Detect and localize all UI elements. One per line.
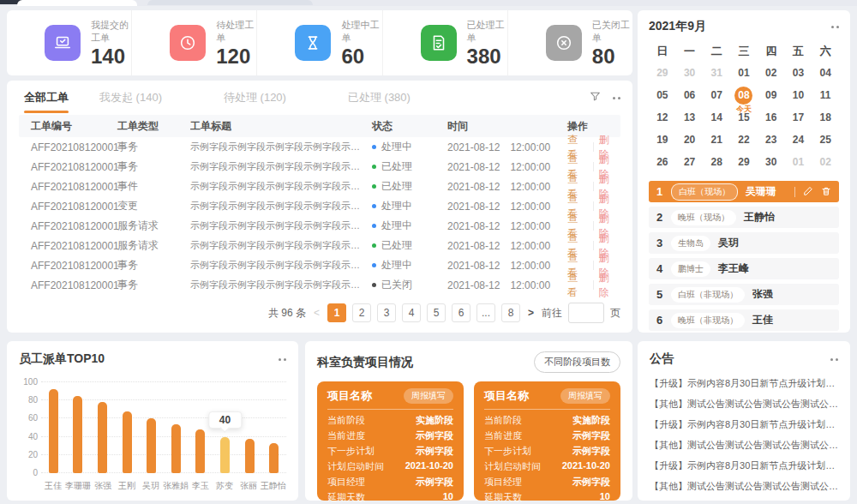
- calendar-day[interactable]: 29: [649, 62, 676, 84]
- bar[interactable]: [195, 429, 205, 473]
- announcement-item[interactable]: 【升级】示例内容8月30日新节点升级计划通知: [650, 373, 838, 393]
- calendar-day[interactable]: 02: [758, 62, 785, 84]
- calendar-day[interactable]: 13: [676, 106, 704, 129]
- more-icon[interactable]: [831, 26, 839, 28]
- calendar-day[interactable]: 30: [676, 62, 704, 84]
- weekday-label: 二: [703, 41, 730, 62]
- shift-row[interactable]: 3生物岛吴玥: [649, 232, 839, 254]
- stage-project-count-button[interactable]: 不同阶段项目数: [534, 351, 620, 373]
- project-name: 项目名称: [327, 388, 372, 404]
- announcement-item[interactable]: 【其他】测试公告测试公告测试公告测试公告测试公告: [650, 435, 838, 455]
- shift-number: 1: [656, 185, 671, 198]
- calendar-day[interactable]: 17: [785, 106, 812, 129]
- bar[interactable]: [147, 418, 156, 473]
- shift-row[interactable]: 6晚班（非现场）王佳: [649, 309, 839, 331]
- calendar-day[interactable]: 24: [785, 129, 812, 151]
- table-header: 工单编号 工单类型 工单标题 状态 时间 操作: [19, 115, 620, 137]
- more-icon[interactable]: [613, 97, 620, 99]
- calendar-day[interactable]: 05: [649, 84, 676, 106]
- calendar-day[interactable]: 30: [758, 151, 785, 173]
- more-icon[interactable]: [830, 358, 838, 361]
- shift-row[interactable]: 2晚班（现场）王静怡: [649, 207, 839, 228]
- stat-label: 已关闭工单: [592, 19, 632, 45]
- calendar-day[interactable]: 09: [758, 84, 785, 106]
- page-button[interactable]: 5: [427, 303, 446, 322]
- tab-my-orders[interactable]: 我发起 (140): [99, 90, 162, 105]
- page-button[interactable]: 1: [327, 303, 346, 322]
- stat-processing: 处理中工单60: [256, 10, 381, 75]
- order-clock: 12:00:00: [510, 161, 550, 173]
- trash-icon[interactable]: [821, 184, 831, 200]
- more-icon[interactable]: [279, 358, 286, 361]
- calendar-day[interactable]: 29: [730, 151, 758, 173]
- delete-link[interactable]: 删除: [599, 271, 620, 300]
- calendar-day[interactable]: 14: [703, 106, 730, 129]
- bar[interactable]: [49, 389, 58, 473]
- calendar-day[interactable]: 25: [812, 129, 839, 151]
- calendar-day[interactable]: 22: [730, 129, 758, 151]
- view-link[interactable]: 查看: [567, 271, 588, 300]
- announcement-item[interactable]: 【升级】示例内容8月30日新节点升级计划通知: [650, 455, 838, 476]
- announcement-item[interactable]: 【其他】测试公告测试公告测试公告测试公告测试公告: [650, 393, 838, 414]
- calendar-day[interactable]: 23: [758, 129, 785, 151]
- page-button[interactable]: 3: [377, 303, 396, 322]
- workorder-table-body: AFF202108120001事务示例字段示例字段示例字段示例字段示例字段处理中…: [19, 137, 620, 295]
- prev-page-button[interactable]: <: [312, 307, 321, 319]
- shift-row[interactable]: 5白班（非现场）张强: [649, 284, 839, 305]
- bar[interactable]: [269, 443, 279, 473]
- calendar-day[interactable]: 16: [758, 106, 785, 129]
- page-jump-input[interactable]: [568, 303, 604, 323]
- page-button[interactable]: 4: [402, 303, 421, 322]
- divider: [593, 142, 594, 152]
- calendar-day[interactable]: 02: [812, 151, 839, 173]
- calendar-day[interactable]: 01: [730, 62, 758, 84]
- calendar-day[interactable]: 12: [649, 106, 676, 129]
- tab-all-orders[interactable]: 全部工单: [24, 90, 69, 105]
- calendar-day[interactable]: 20: [676, 129, 704, 151]
- calendar-day[interactable]: 01: [785, 151, 812, 173]
- calendar-day[interactable]: 10: [785, 84, 812, 106]
- bar[interactable]: [98, 402, 107, 473]
- calendar-day[interactable]: 31: [703, 62, 730, 84]
- project-field: 计划启动时间2021-10-20: [327, 460, 453, 473]
- tab-done-orders[interactable]: 已处理 (380): [348, 90, 411, 105]
- calendar-day[interactable]: 28: [703, 151, 730, 173]
- shift-row[interactable]: 4鹏博士李王峰: [649, 258, 839, 279]
- calendar-day[interactable]: 19: [649, 129, 676, 151]
- next-page-button[interactable]: >: [526, 307, 536, 319]
- weekly-report-button[interactable]: 周报填写: [404, 388, 453, 404]
- calendar-day[interactable]: 04: [812, 62, 839, 84]
- field-label: 当前进度: [484, 429, 522, 442]
- page-button[interactable]: 2: [352, 303, 371, 322]
- calendar-day[interactable]: 27: [676, 151, 704, 173]
- shift-tag: 白班（现场）: [671, 183, 738, 201]
- calendar-day[interactable]: 11: [812, 84, 839, 106]
- order-id: AFF202108120001: [19, 240, 117, 252]
- announcement-item[interactable]: 【其他】测试公告测试公告测试公告测试公告测试公告: [650, 476, 838, 496]
- filter-icon[interactable]: [590, 90, 601, 105]
- bar[interactable]: [220, 437, 230, 473]
- edit-icon[interactable]: [803, 184, 813, 200]
- page-button[interactable]: 6: [452, 303, 470, 322]
- announcement-item[interactable]: 【升级】示例内容8月30日新节点升级计划通知: [650, 414, 838, 435]
- calendar-day[interactable]: 21: [703, 129, 730, 151]
- bar[interactable]: [123, 411, 132, 473]
- calendar-day[interactable]: 26: [649, 151, 676, 173]
- calendar-day[interactable]: 07: [703, 84, 730, 106]
- page-ellipsis[interactable]: ...: [476, 303, 495, 322]
- weekly-report-button[interactable]: 周报填写: [560, 388, 610, 404]
- page-button[interactable]: 8: [501, 303, 520, 322]
- shift-number: 3: [656, 237, 671, 249]
- calendar-day[interactable]: 06: [676, 84, 704, 106]
- calendar-day[interactable]: 08今天: [730, 84, 758, 106]
- bar[interactable]: [171, 424, 181, 473]
- stat-done: 已处理工单380: [382, 10, 507, 75]
- shift-row[interactable]: 1白班（现场）吴珊珊: [649, 181, 839, 202]
- stat-label: 待处理工单: [216, 19, 256, 45]
- bar[interactable]: [245, 439, 255, 473]
- order-status: 处理中: [372, 140, 447, 154]
- tab-pending-orders[interactable]: 待处理 (120): [224, 90, 286, 105]
- calendar-day[interactable]: 18: [812, 106, 839, 129]
- bar[interactable]: [73, 396, 82, 473]
- calendar-day[interactable]: 03: [785, 62, 812, 84]
